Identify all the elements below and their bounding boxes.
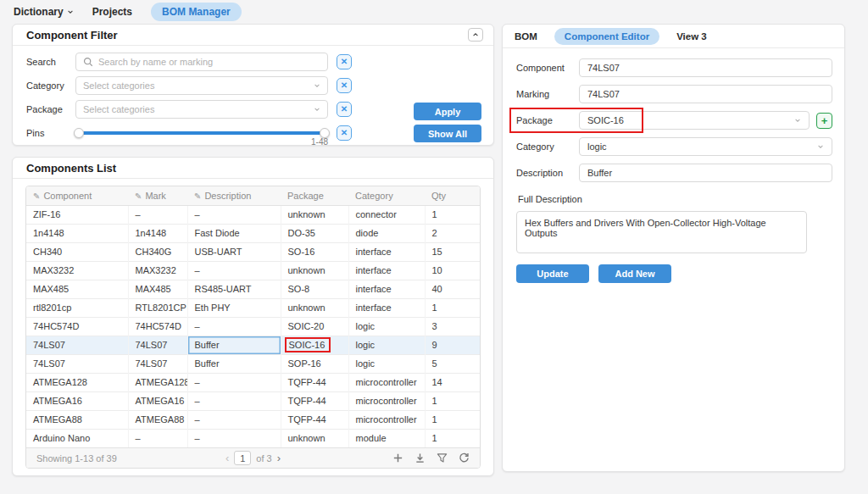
cell-description[interactable]: Fast Diode: [187, 224, 281, 242]
cell-category[interactable]: module: [348, 429, 425, 447]
cell-qty[interactable]: 15: [425, 242, 481, 261]
full-description-textarea[interactable]: Hex Buffers and Drivers With Open-Collec…: [516, 211, 807, 253]
table-row[interactable]: ATMEGA88ATMEGA88–TQFP-44microcontroller1: [26, 410, 481, 429]
cell-category[interactable]: interface: [348, 298, 425, 317]
cell-category[interactable]: microcontroller: [348, 373, 425, 391]
cell-category[interactable]: diode: [348, 224, 425, 242]
clear-category-button[interactable]: ✕: [337, 78, 352, 93]
cell-mark[interactable]: 74LS07: [128, 354, 187, 373]
cell-package[interactable]: unknown: [281, 429, 348, 447]
cell-component[interactable]: ATMEGA16: [26, 391, 128, 410]
table-row[interactable]: CH340CH340GUSB-UARTSO-16interface15: [26, 242, 481, 261]
table-row[interactable]: 74LS0774LS07BufferSOP-16logic5: [26, 354, 481, 373]
next-page-icon[interactable]: ›: [277, 452, 281, 464]
cell-description[interactable]: –: [187, 429, 281, 447]
clear-package-button[interactable]: ✕: [337, 102, 352, 117]
column-header-mark[interactable]: ✎Mark: [128, 186, 187, 205]
table-row[interactable]: 74HC574D74HC574D–SOIC-20logic3: [26, 317, 481, 336]
collapse-panel-button[interactable]: [468, 28, 483, 42]
marking-field[interactable]: [587, 89, 824, 99]
table-row[interactable]: rtl8201cpRTL8201CPEth PHYunknowninterfac…: [26, 298, 481, 317]
column-header-qty[interactable]: Qty: [425, 186, 481, 205]
cell-package[interactable]: SO-8: [281, 280, 348, 298]
tab-view-3[interactable]: View 3: [676, 31, 707, 42]
cell-component[interactable]: rtl8201cp: [26, 298, 128, 317]
table-row[interactable]: MAX485MAX485RS485-UARTSO-8interface40: [26, 280, 481, 298]
cell-qty[interactable]: 14: [425, 373, 481, 391]
cell-mark[interactable]: 1n4148: [128, 224, 187, 242]
add-new-button[interactable]: Add New: [598, 264, 671, 283]
cell-description[interactable]: –: [187, 205, 281, 224]
cell-category[interactable]: logic: [348, 336, 425, 354]
cell-package[interactable]: SO-16: [281, 242, 348, 261]
cell-mark[interactable]: 74LS07: [128, 336, 187, 354]
cell-component[interactable]: 1n4148: [26, 224, 128, 242]
cell-category[interactable]: interface: [348, 280, 425, 298]
cell-component[interactable]: MAX3232: [26, 261, 128, 280]
slider-handle-min[interactable]: [74, 128, 84, 138]
add-package-button[interactable]: +: [816, 113, 832, 129]
prev-page-icon[interactable]: ‹: [225, 452, 229, 464]
table-row[interactable]: ZIF-16––unknownconnector1: [26, 205, 481, 224]
table-row[interactable]: 1n41481n4148Fast DiodeDO-35diode2: [26, 224, 481, 242]
component-field[interactable]: [587, 63, 824, 73]
refresh-icon[interactable]: [459, 452, 470, 463]
cell-qty[interactable]: 40: [425, 280, 481, 298]
cell-package[interactable]: unknown: [281, 261, 348, 280]
cell-description[interactable]: Buffer: [187, 336, 281, 354]
nav-dictionary[interactable]: Dictionary: [14, 6, 74, 18]
cell-description[interactable]: Eth PHY: [187, 298, 281, 317]
cell-component[interactable]: 74LS07: [26, 336, 128, 354]
filter-icon[interactable]: [437, 452, 448, 463]
cell-mark[interactable]: MAX485: [128, 280, 187, 298]
cell-category[interactable]: logic: [348, 354, 425, 373]
cell-description[interactable]: –: [187, 373, 281, 391]
update-button[interactable]: Update: [516, 264, 589, 283]
clear-search-button[interactable]: ✕: [337, 54, 352, 69]
clear-pins-button[interactable]: ✕: [337, 125, 352, 141]
cell-category[interactable]: microcontroller: [348, 410, 425, 429]
package-field-select[interactable]: SOIC-16: [579, 111, 810, 130]
cell-category[interactable]: interface: [348, 242, 425, 261]
cell-description[interactable]: –: [187, 410, 281, 429]
cell-description[interactable]: USB-UART: [187, 242, 281, 261]
cell-qty[interactable]: 1: [425, 391, 481, 410]
cell-qty[interactable]: 9: [425, 336, 481, 354]
cell-component[interactable]: ZIF-16: [26, 205, 128, 224]
category-select[interactable]: Select categories: [75, 76, 328, 95]
table-row[interactable]: MAX3232MAX3232–unknowninterface10: [26, 261, 481, 280]
cell-description[interactable]: –: [187, 391, 281, 410]
cell-package[interactable]: SOIC-20: [281, 317, 348, 336]
cell-component[interactable]: CH340: [26, 242, 128, 261]
cell-category[interactable]: connector: [348, 205, 425, 224]
table-row[interactable]: Arduino Nano––unknownmodule1: [26, 429, 481, 447]
cell-package[interactable]: TQFP-44: [281, 373, 348, 391]
cell-mark[interactable]: –: [128, 205, 187, 224]
download-icon[interactable]: [415, 452, 426, 463]
add-row-icon[interactable]: [392, 452, 403, 463]
cell-category[interactable]: logic: [348, 317, 425, 336]
cell-package[interactable]: SOIC-16: [281, 336, 348, 354]
cell-description[interactable]: –: [187, 317, 281, 336]
cell-qty[interactable]: 1: [425, 298, 481, 317]
cell-package[interactable]: SOP-16: [281, 354, 348, 373]
cell-package[interactable]: DO-35: [281, 224, 348, 242]
column-header-package[interactable]: Package: [281, 186, 348, 205]
tab-bom[interactable]: BOM: [515, 31, 537, 42]
nav-projects[interactable]: Projects: [92, 6, 132, 18]
search-input[interactable]: [98, 57, 320, 67]
cell-mark[interactable]: 74HC574D: [128, 317, 187, 336]
cell-component[interactable]: 74LS07: [26, 354, 128, 373]
cell-component[interactable]: 74HC574D: [26, 317, 128, 336]
cell-mark[interactable]: RTL8201CP: [128, 298, 187, 317]
cell-package[interactable]: unknown: [281, 205, 348, 224]
cell-mark[interactable]: MAX3232: [128, 261, 187, 280]
cell-category[interactable]: interface: [348, 261, 425, 280]
cell-component[interactable]: Arduino Nano: [26, 429, 128, 447]
cell-mark[interactable]: ATMEGA16: [128, 391, 187, 410]
cell-mark[interactable]: ATMEGA88: [128, 410, 187, 429]
category-field-select[interactable]: logic: [579, 137, 832, 156]
nav-bom-manager[interactable]: BOM Manager: [151, 3, 242, 21]
cell-component[interactable]: ATMEGA128: [26, 373, 128, 391]
cell-component[interactable]: ATMEGA88: [26, 410, 128, 429]
